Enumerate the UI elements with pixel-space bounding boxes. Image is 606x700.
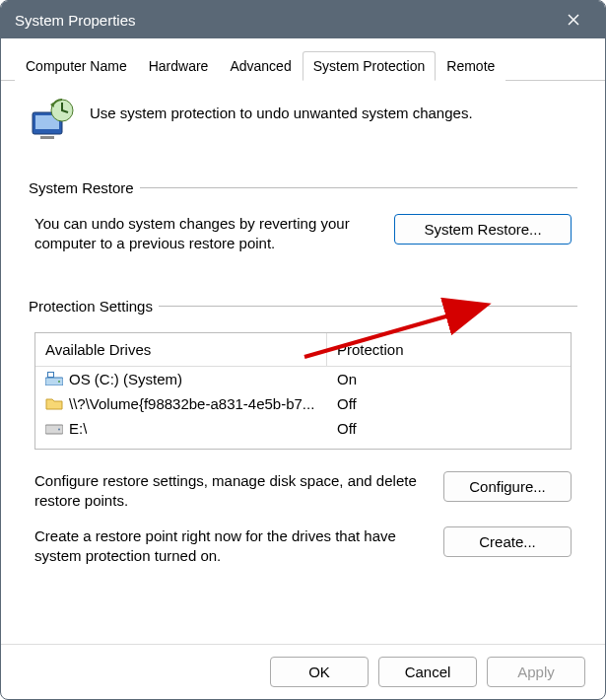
titlebar: System Properties xyxy=(1,1,605,38)
ok-button[interactable]: OK xyxy=(270,657,369,687)
protection-settings-group: Protection Settings Available Drives Pro… xyxy=(29,298,577,583)
system-restore-button[interactable]: System Restore... xyxy=(394,214,572,245)
cancel-button[interactable]: Cancel xyxy=(378,657,477,687)
close-button[interactable] xyxy=(552,5,595,35)
drive-status: Off xyxy=(337,395,561,412)
drives-table: Available Drives Protection OS (C:) (Sys… xyxy=(34,332,572,450)
tab-hardware[interactable]: Hardware xyxy=(138,51,220,81)
os-drive-icon xyxy=(45,372,63,385)
configure-desc: Configure restore settings, manage disk … xyxy=(34,471,430,512)
protection-settings-legend: Protection Settings xyxy=(29,298,159,315)
svg-rect-13 xyxy=(45,425,63,434)
folder-icon xyxy=(45,396,63,410)
table-row[interactable]: \\?\Volume{f98832be-a831-4e5b-b7... Off xyxy=(35,391,571,416)
table-row[interactable]: OS (C:) (System) On xyxy=(35,367,571,391)
window-title: System Properties xyxy=(15,12,552,29)
tab-system-protection[interactable]: System Protection xyxy=(303,51,437,81)
system-properties-window: System Properties Computer Name Hardware… xyxy=(0,0,606,700)
intro-row: Use system protection to undo unwanted s… xyxy=(29,99,577,146)
create-button[interactable]: Create... xyxy=(443,526,572,557)
system-protection-icon xyxy=(29,99,76,146)
close-icon xyxy=(568,14,579,26)
tab-computer-name[interactable]: Computer Name xyxy=(15,51,138,81)
svg-rect-4 xyxy=(40,136,54,139)
drives-table-header: Available Drives Protection xyxy=(35,333,571,367)
dialog-footer: OK Cancel Apply xyxy=(1,644,605,699)
tab-content: Use system protection to undo unwanted s… xyxy=(1,81,605,644)
tab-advanced[interactable]: Advanced xyxy=(219,51,302,81)
system-restore-desc: You can undo system changes by reverting… xyxy=(34,214,376,254)
col-protection[interactable]: Protection xyxy=(327,333,571,366)
svg-point-12 xyxy=(58,381,60,383)
table-row[interactable]: E:\ Off xyxy=(35,416,571,449)
svg-rect-11 xyxy=(48,373,53,377)
drive-status: On xyxy=(337,371,561,387)
system-restore-group: System Restore You can undo system chang… xyxy=(29,179,577,258)
apply-button[interactable]: Apply xyxy=(487,657,585,687)
col-available-drives[interactable]: Available Drives xyxy=(35,333,327,366)
configure-button[interactable]: Configure... xyxy=(443,471,572,502)
drive-name: OS (C:) (System) xyxy=(69,371,182,387)
drive-icon xyxy=(45,421,63,435)
tab-strip: Computer Name Hardware Advanced System P… xyxy=(1,38,605,81)
svg-rect-9 xyxy=(45,378,63,385)
drive-name: \\?\Volume{f98832be-a831-4e5b-b7... xyxy=(69,395,314,412)
drive-status: Off xyxy=(337,420,561,437)
create-desc: Create a restore point right now for the… xyxy=(34,526,430,567)
svg-point-14 xyxy=(58,429,60,431)
system-restore-legend: System Restore xyxy=(29,179,140,196)
tab-remote[interactable]: Remote xyxy=(436,51,505,81)
drive-name: E:\ xyxy=(69,420,87,437)
configure-row: Configure restore settings, manage disk … xyxy=(29,471,577,527)
create-row: Create a restore point right now for the… xyxy=(29,526,577,583)
intro-text: Use system protection to undo unwanted s… xyxy=(90,99,473,121)
